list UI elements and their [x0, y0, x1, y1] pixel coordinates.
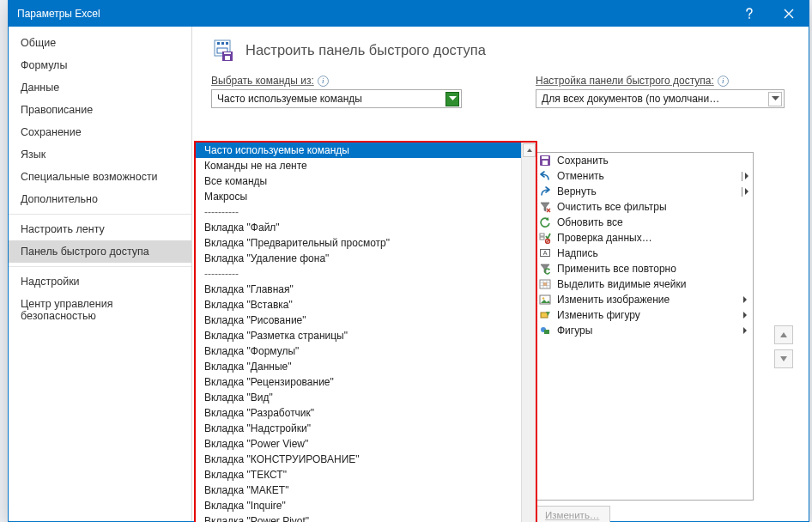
sidebar-item-advanced[interactable]: Дополнительно: [9, 188, 191, 210]
qat-list-item[interactable]: Сохранить: [535, 153, 753, 168]
svg-point-19: [542, 297, 545, 300]
info-icon[interactable]: i: [718, 76, 729, 87]
dropdown-item[interactable]: Вкладка "Главная": [196, 282, 521, 297]
list-item-label: Применить все повторно: [557, 263, 749, 275]
close-button[interactable]: [769, 1, 809, 27]
dropdown-item[interactable]: Вкладка "Надстройки": [196, 421, 521, 436]
dropdown-item[interactable]: Вкладка "Power Pivot": [196, 513, 521, 522]
svg-rect-3: [226, 42, 228, 45]
sidebar-item-trust-center[interactable]: Центр управления безопасностью: [9, 293, 191, 327]
dropdown-item[interactable]: Вкладка "Рецензирование": [196, 374, 521, 390]
dropdown-item[interactable]: Вкладка "Файл": [196, 220, 521, 235]
shape-icon: [538, 308, 552, 322]
qat-list-item[interactable]: Обновить все: [535, 215, 753, 230]
dropdown-scrollbar[interactable]: [521, 143, 536, 522]
textbox-icon: A: [538, 246, 552, 260]
scroll-up-button[interactable]: [523, 143, 536, 157]
refresh-icon: [538, 215, 552, 229]
list-item-label: Фигуры: [557, 325, 736, 337]
dropdown-item[interactable]: Вкладка "Удаление фона": [196, 251, 521, 266]
visible-cells-icon: [538, 277, 552, 291]
qat-list-item[interactable]: Отменить: [535, 168, 753, 184]
dropdown-item[interactable]: Вкладка "МАКЕТ": [196, 483, 521, 498]
qat-list-item[interactable]: Очистить все фильтры: [535, 199, 753, 215]
sidebar-item-customize-ribbon[interactable]: Настроить ленту: [9, 218, 191, 240]
qat-list-item[interactable]: Применить все повторно: [535, 261, 753, 276]
submenu-arrow-icon: [741, 312, 749, 319]
dropdown-item[interactable]: Вкладка "Данные": [196, 359, 521, 374]
submenu-arrow-icon: [741, 187, 749, 197]
dropdown-item[interactable]: Вкладка "Вид": [196, 390, 521, 405]
dropdown-item[interactable]: Все команды: [196, 173, 521, 189]
dropdown-item[interactable]: Часто используемые команды: [196, 143, 521, 158]
choose-commands-combo[interactable]: Часто используемые команды: [211, 89, 462, 108]
dropdown-item[interactable]: Вкладка "Вставка": [196, 297, 521, 313]
dropdown-item[interactable]: Команды не на ленте: [196, 158, 521, 173]
list-item-label: Сохранить: [557, 155, 749, 167]
sidebar-item-general[interactable]: Общие: [9, 32, 191, 54]
shapes-icon: [538, 324, 552, 337]
window-title: Параметры Excel: [17, 8, 730, 20]
image-icon: [538, 293, 552, 307]
qat-list-item[interactable]: Изменить изображение: [535, 292, 753, 307]
redo-icon: [538, 185, 552, 198]
sidebar-item-formulas[interactable]: Формулы: [9, 54, 191, 76]
qat-page-icon: [211, 37, 237, 63]
clear-filters-icon: [538, 200, 552, 214]
sidebar-item-language[interactable]: Язык: [9, 143, 191, 166]
list-item-label: Изменить фигуру: [557, 309, 736, 321]
qat-commands-listbox[interactable]: СохранитьОтменитьВернутьОчистить все фил…: [534, 152, 754, 501]
qat-list-item[interactable]: AНадпись: [535, 246, 753, 261]
customize-qat-label: Настройка панели быстрого доступа: i: [536, 75, 755, 87]
undo-icon: [538, 169, 552, 183]
svg-text:A: A: [543, 250, 548, 256]
move-down-button[interactable]: [774, 349, 793, 368]
sidebar-item-save[interactable]: Сохранение: [9, 121, 191, 143]
qat-list-item[interactable]: Вернуть: [535, 184, 753, 199]
reorder-buttons: [774, 325, 793, 368]
list-item-label: Проверка данных…: [557, 232, 749, 244]
submenu-arrow-icon: [741, 172, 749, 181]
list-item-label: Изменить изображение: [557, 294, 736, 306]
dropdown-item[interactable]: Вкладка "Разработчик": [196, 405, 521, 421]
save-icon: [538, 154, 552, 167]
qat-list-item[interactable]: Выделить видимые ячейки: [535, 276, 753, 292]
dropdown-item[interactable]: Вкладка "Формулы": [196, 343, 521, 359]
list-item-label: Обновить все: [557, 216, 749, 228]
qat-list-item[interactable]: Проверка данных…: [535, 230, 753, 246]
dropdown-item[interactable]: Вкладка "Разметка страницы": [196, 328, 521, 343]
sidebar-item-accessibility[interactable]: Специальные возможности: [9, 166, 191, 188]
data-validation-icon: [538, 231, 552, 245]
sidebar-separator: [9, 214, 191, 215]
dropdown-item[interactable]: Вкладка "Inquire": [196, 498, 521, 513]
choose-commands-label: Выбрать команды из: i: [211, 75, 462, 87]
sidebar-item-addins[interactable]: Надстройки: [9, 270, 191, 293]
panel-header: Настроить панель быстрого доступа: [211, 37, 797, 63]
sidebar-item-proofing[interactable]: Правописание: [9, 99, 191, 121]
svg-rect-11: [540, 234, 544, 236]
svg-rect-9: [542, 156, 548, 159]
info-icon[interactable]: i: [318, 76, 329, 87]
repeat-icon: [538, 262, 552, 276]
sidebar-item-data[interactable]: Данные: [9, 76, 191, 99]
qat-list-item[interactable]: Фигуры: [535, 323, 753, 338]
dropdown-item[interactable]: Вкладка "Power View": [196, 436, 521, 452]
help-button[interactable]: [730, 1, 769, 27]
move-up-button[interactable]: [774, 325, 793, 344]
svg-rect-7: [225, 56, 230, 60]
sidebar-item-qat[interactable]: Панель быстрого доступа: [9, 240, 191, 263]
dropdown-item[interactable]: Макросы: [196, 189, 521, 204]
main-panel: Настроить панель быстрого доступа Выбрат…: [192, 27, 809, 521]
qat-list-item[interactable]: Изменить фигуру: [535, 307, 753, 323]
dropdown-separator: ----------: [196, 204, 521, 220]
choose-commands-dropdown: Часто используемые командыКоманды не на …: [194, 141, 537, 522]
customize-scope-combo[interactable]: Для всех документов (по умолчани…: [536, 89, 785, 108]
dropdown-item[interactable]: Вкладка "ТЕКСТ": [196, 467, 521, 483]
list-item-label: Очистить все фильтры: [557, 201, 749, 213]
svg-rect-10: [542, 161, 548, 165]
dropdown-item[interactable]: Вкладка "Рисование": [196, 313, 521, 328]
titlebar: Параметры Excel: [9, 1, 809, 27]
dropdown-item[interactable]: Вкладка "КОНСТРУИРОВАНИЕ": [196, 452, 521, 467]
dropdown-item[interactable]: Вкладка "Предварительный просмотр": [196, 235, 521, 251]
svg-rect-6: [224, 52, 231, 54]
